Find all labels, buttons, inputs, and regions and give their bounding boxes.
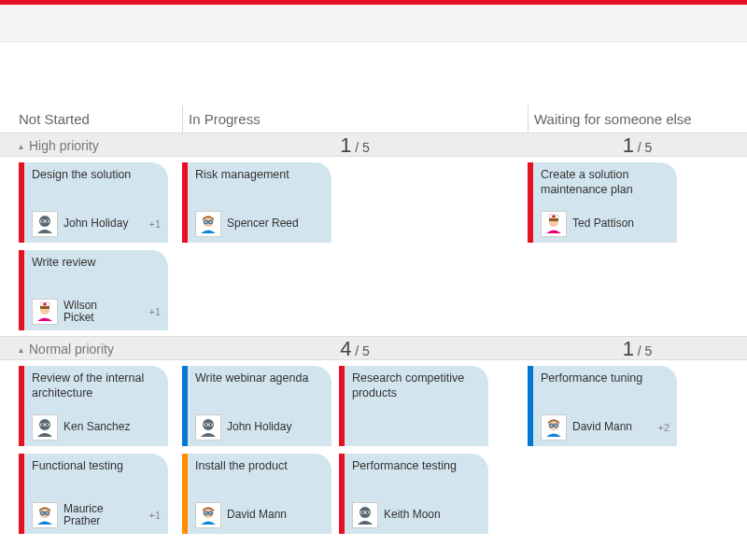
card-assignee-row: Ted Pattison — [541, 211, 669, 237]
card-assignee-row: MauricePrather +1 — [32, 502, 161, 528]
avatar — [32, 211, 58, 237]
assignee-name: David Mann — [572, 421, 632, 433]
card-assignee-row: John Holiday +1 — [32, 211, 161, 237]
wip-count: 1 / 5 — [182, 133, 528, 158]
kanban-card[interactable]: Design the solution John Holiday +1 — [19, 162, 168, 243]
card-assignee-row: Spencer Reed — [195, 211, 324, 237]
card-title: Write review — [32, 256, 161, 271]
kanban-column[interactable]: Risk management Spencer Reed — [182, 162, 528, 330]
card-title: Write webinar agenda — [195, 371, 324, 386]
assignee-name: Keith Moon — [384, 509, 441, 521]
card-title: Research competitive products — [352, 371, 481, 400]
svg-point-28 — [205, 424, 207, 426]
card-assignee-row: John Holiday — [195, 414, 324, 441]
avatar — [195, 211, 221, 237]
kanban-column[interactable]: Create a solution maintenance plan Ted P… — [528, 162, 747, 330]
avatar — [541, 414, 567, 441]
card-assignee-row: David Mann +2 — [541, 414, 669, 441]
toolbar — [0, 5, 747, 42]
assignee-name: WilsonPicket — [63, 300, 97, 324]
kanban-card[interactable]: Performance testing Keith Moon — [339, 454, 488, 534]
avatar — [32, 299, 58, 325]
avatar — [541, 211, 567, 237]
card-title: Performance testing — [352, 459, 481, 474]
column-headers: Not Started In Progress Waiting for some… — [0, 105, 747, 133]
assignee-name: John Holiday — [63, 217, 128, 230]
svg-rect-6 — [43, 303, 47, 304]
swimlane-title: High priority — [29, 138, 99, 153]
kanban-column[interactable]: Design the solution John Holiday +1 Writ… — [19, 162, 182, 330]
assignee-name: Ted Pattison — [572, 217, 634, 230]
swimlane-title: Normal priority — [29, 342, 114, 357]
svg-point-21 — [47, 424, 49, 426]
avatar — [352, 502, 378, 528]
kanban-column[interactable]: Review of the internal architecture Ken … — [19, 366, 182, 534]
card-assignee-row: Ken Sanchez — [32, 414, 161, 441]
card-title: Performance tuning — [541, 371, 669, 386]
card-title: Review of the internal architecture — [32, 371, 161, 400]
avatar — [32, 502, 58, 528]
svg-point-20 — [42, 424, 44, 426]
assignee-name: John Holiday — [227, 421, 291, 433]
svg-rect-27 — [204, 424, 213, 427]
kanban-column[interactable]: Write webinar agenda John Holiday Resear… — [182, 366, 528, 534]
avatar — [32, 414, 58, 441]
card-title: Install the product — [195, 459, 324, 474]
chevron-up-icon[interactable]: ▴ — [19, 141, 23, 151]
svg-rect-35 — [360, 511, 370, 514]
svg-rect-15 — [552, 216, 556, 217]
swimlane-header[interactable]: ▴ High priority 1 / 5 1 / 5 — [0, 133, 747, 157]
extra-count: +1 — [148, 306, 161, 317]
card-title: Design the solution — [32, 168, 161, 183]
svg-rect-17 — [549, 218, 558, 221]
kanban-card[interactable]: Install the product David Mann — [182, 454, 331, 534]
assignee-name: Spencer Reed — [227, 217, 299, 230]
card-assignee-row: David Mann — [195, 502, 324, 528]
wip-count: 1 / 5 — [528, 133, 747, 158]
svg-rect-1 — [40, 220, 49, 223]
card-assignee-row: Keith Moon — [352, 502, 481, 528]
svg-rect-8 — [40, 306, 49, 309]
assignee-name: Ken Sanchez — [63, 421, 130, 433]
kanban-card[interactable]: Write review WilsonPicket +1 — [19, 250, 168, 330]
kanban-card[interactable]: Performance tuning David Mann +2 — [528, 366, 677, 446]
column-header[interactable]: In Progress — [182, 105, 528, 133]
wip-count: 4 / 5 — [182, 337, 528, 361]
kanban-card[interactable]: Risk management Spencer Reed — [182, 162, 331, 243]
svg-point-2 — [42, 220, 44, 222]
kanban-card[interactable]: Functional testing MauricePrather +1 — [19, 454, 168, 534]
kanban-card[interactable]: Create a solution maintenance plan Ted P… — [528, 162, 677, 243]
card-assignee-row: WilsonPicket +1 — [32, 299, 161, 325]
kanban-column[interactable]: Performance tuning David Mann +2 — [528, 366, 747, 534]
kanban-board: Not Started In Progress Waiting for some… — [0, 42, 747, 539]
extra-count: +1 — [148, 218, 161, 230]
svg-point-36 — [362, 511, 364, 513]
extra-count: +2 — [657, 422, 669, 433]
avatar — [195, 414, 221, 441]
svg-point-37 — [367, 511, 369, 513]
chevron-up-icon[interactable]: ▴ — [19, 344, 23, 355]
column-header[interactable]: Waiting for someone else — [528, 105, 747, 133]
kanban-card[interactable]: Review of the internal architecture Ken … — [19, 366, 168, 446]
wip-count: 1 / 5 — [528, 337, 747, 361]
kanban-card[interactable]: Research competitive products — [339, 366, 488, 446]
kanban-card[interactable]: Write webinar agenda John Holiday — [182, 366, 331, 446]
svg-point-3 — [47, 220, 49, 222]
card-title: Functional testing — [32, 459, 161, 474]
assignee-name: David Mann — [227, 509, 287, 521]
card-title: Risk management — [195, 168, 324, 183]
swimlane-body: Design the solution John Holiday +1 Writ… — [0, 157, 747, 336]
avatar — [195, 502, 221, 528]
svg-point-29 — [210, 424, 212, 426]
swimlane-header[interactable]: ▴ Normal priority 4 / 5 1 / 5 — [0, 336, 747, 360]
extra-count: +1 — [148, 510, 161, 521]
svg-rect-19 — [40, 424, 49, 427]
assignee-name: MauricePrather — [63, 503, 104, 527]
card-title: Create a solution maintenance plan — [541, 168, 669, 197]
swimlane-body: Review of the internal architecture Ken … — [0, 360, 747, 539]
column-header[interactable]: Not Started — [19, 105, 182, 133]
